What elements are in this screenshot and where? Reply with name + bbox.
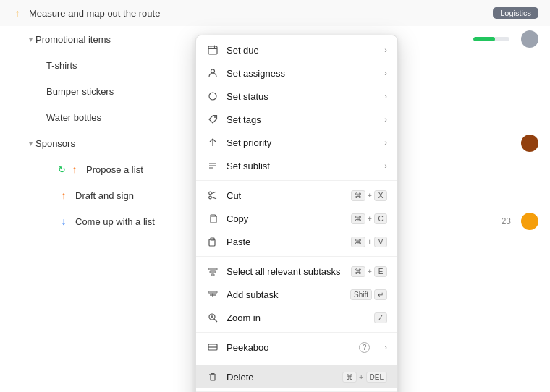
- zoom-in-shortcut: Z: [374, 312, 387, 323]
- list-icon: [206, 159, 219, 172]
- task-label-1: Measure and map out the route: [29, 8, 160, 19]
- priority-down-icon-9: ↓: [58, 216, 69, 227]
- task-label-9: Come up with a list: [75, 216, 155, 227]
- cut-shortcut: ⌘+X: [351, 190, 387, 201]
- svg-rect-21: [208, 291, 217, 293]
- svg-rect-20: [211, 274, 214, 276]
- set-sublist-chevron: ›: [384, 161, 387, 170]
- set-status-item[interactable]: Set status ›: [196, 85, 397, 108]
- paste-label: Paste: [227, 237, 351, 247]
- task-label-7: Propose a list: [86, 164, 143, 175]
- copy-item[interactable]: Copy ⌘+C: [196, 207, 397, 230]
- progress-fill-2: [473, 37, 495, 41]
- svg-line-14: [211, 197, 216, 199]
- avatar-6: [521, 135, 538, 152]
- paste-item[interactable]: Paste ⌘+V: [196, 230, 397, 253]
- select-subtasks-label: Select all relevant subtasks: [227, 266, 351, 277]
- svg-rect-0: [208, 46, 217, 54]
- cut-item[interactable]: Cut ⌘+X: [196, 184, 397, 207]
- set-due-label: Set due: [227, 45, 378, 56]
- menu-section-1: Set due › Set assigness ›: [196, 35, 397, 181]
- zoom-in-item[interactable]: Zoom in Z: [196, 306, 397, 329]
- select-icon: [206, 265, 219, 278]
- peekaboo-help-icon: ?: [359, 342, 370, 353]
- set-assignees-label: Set assigness: [227, 68, 378, 79]
- avatar-9: [521, 213, 538, 230]
- collapse-icon-2: ▾: [29, 35, 33, 43]
- copy-shortcut: ⌘+C: [351, 213, 387, 224]
- menu-section-3: Select all relevant subtasks ⌘+E Add sub…: [196, 257, 397, 333]
- priority-up-icon: ↑: [12, 7, 23, 19]
- delete-shortcut-cmd: ⌘: [342, 372, 357, 383]
- menu-section-2: Cut ⌘+X Copy ⌘+C: [196, 181, 397, 257]
- paste-shortcut-cmd: ⌘: [351, 237, 365, 247]
- add-subtask-label: Add subtask: [227, 289, 350, 300]
- cut-shortcut-cmd: ⌘: [351, 190, 365, 201]
- task-label-2: Promotional items: [35, 34, 111, 45]
- priority-up-icon-7: ↑: [69, 163, 80, 175]
- svg-rect-30: [211, 375, 215, 380]
- set-tags-item[interactable]: Set tags ›: [196, 108, 397, 131]
- copy-label: Copy: [227, 213, 351, 224]
- copy-shortcut-cmd: ⌘: [351, 213, 365, 224]
- peekaboo-chevron: ›: [384, 343, 387, 351]
- calendar-icon: [206, 43, 219, 56]
- task-label-8: Draft and sign: [75, 190, 134, 201]
- svg-rect-19: [210, 271, 216, 273]
- menu-section-5: Delete ⌘+DEL: [196, 362, 397, 392]
- copy-shortcut-c: C: [374, 213, 387, 224]
- svg-line-25: [214, 319, 217, 322]
- svg-rect-17: [211, 238, 214, 240]
- context-menu[interactable]: Set due › Set assigness ›: [195, 35, 398, 392]
- tag-icon: [206, 113, 219, 126]
- svg-rect-18: [208, 268, 217, 270]
- select-shortcut-e: E: [374, 266, 387, 277]
- collapse-icon-6: ▾: [29, 140, 33, 148]
- paste-shortcut: ⌘+V: [351, 237, 387, 247]
- menu-section-4: Peekaboo ? ›: [196, 333, 397, 362]
- set-sublist-label: Set sublist: [227, 161, 378, 171]
- set-tags-label: Set tags: [227, 114, 378, 125]
- add-subtask-shift: Shift: [350, 289, 372, 300]
- set-due-chevron: ›: [384, 46, 387, 54]
- set-status-label: Set status: [227, 91, 378, 102]
- select-subtasks-item[interactable]: Select all relevant subtasks ⌘+E: [196, 260, 397, 283]
- delete-shortcut-del: DEL: [366, 372, 387, 383]
- set-sublist-item[interactable]: Set sublist ›: [196, 154, 397, 177]
- task-row-1[interactable]: ↑ Measure and map out the route Logistic…: [0, 0, 550, 26]
- cut-shortcut-x: X: [374, 190, 387, 201]
- person-icon: [206, 67, 219, 80]
- priority-arrow-icon: [206, 136, 219, 149]
- logistics-badge: Logistics: [493, 7, 538, 19]
- delete-item[interactable]: Delete ⌘+DEL: [196, 365, 397, 388]
- peekaboo-label: Peekaboo: [227, 342, 359, 353]
- add-subtask-enter: ↵: [374, 289, 387, 300]
- zoom-icon: [206, 311, 219, 324]
- cut-label: Cut: [227, 190, 351, 201]
- trash-icon: [206, 370, 219, 383]
- scissors-icon: [206, 189, 219, 202]
- set-priority-item[interactable]: Set priority ›: [196, 131, 397, 154]
- peekaboo-icon: [206, 341, 219, 354]
- priority-up-icon-8: ↑: [58, 189, 69, 201]
- svg-line-13: [211, 192, 216, 194]
- zoom-in-label: Zoom in: [227, 312, 374, 323]
- set-tags-chevron: ›: [384, 115, 387, 124]
- set-assignees-item[interactable]: Set assigness ›: [196, 61, 397, 85]
- copy-icon: [206, 212, 219, 225]
- set-due-item[interactable]: Set due ›: [196, 38, 397, 61]
- peekaboo-item[interactable]: Peekaboo ? ›: [196, 336, 397, 359]
- circle-icon: [206, 90, 219, 103]
- svg-point-12: [209, 196, 212, 199]
- task-label-3: T-shirts: [46, 60, 77, 71]
- svg-point-5: [209, 93, 216, 100]
- svg-point-4: [211, 69, 215, 73]
- delete-label: Delete: [227, 372, 342, 383]
- date-9: 23: [502, 216, 511, 226]
- progress-bar-2: [473, 37, 509, 41]
- svg-rect-15: [211, 216, 216, 223]
- svg-point-6: [214, 116, 216, 118]
- set-priority-chevron: ›: [384, 138, 387, 147]
- svg-point-11: [209, 192, 212, 195]
- add-subtask-item[interactable]: Add subtask Shift ↵: [196, 283, 397, 306]
